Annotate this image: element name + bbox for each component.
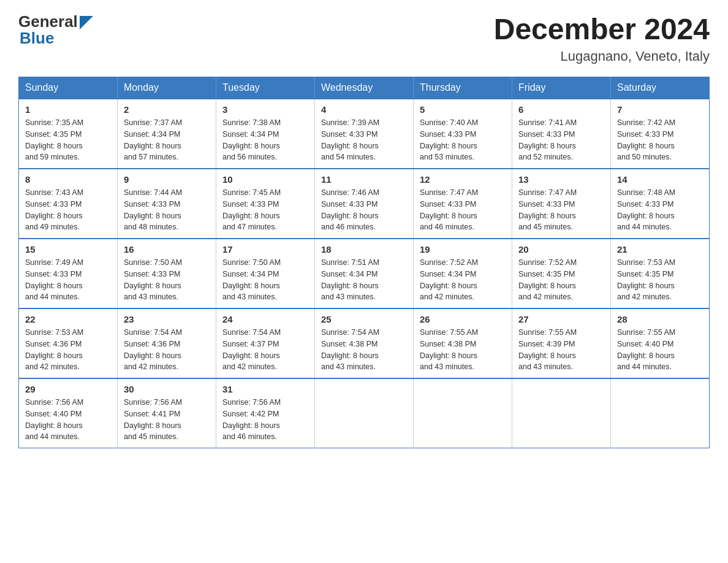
calendar-day-cell: 20 Sunrise: 7:52 AMSunset: 4:35 PMDaylig… — [512, 239, 611, 308]
calendar-day-cell: 19 Sunrise: 7:52 AMSunset: 4:34 PMDaylig… — [414, 239, 512, 308]
col-sunday: Sunday — [19, 77, 118, 99]
day-number: 23 — [124, 314, 210, 324]
day-info: Sunrise: 7:55 AMSunset: 4:39 PMDaylight:… — [518, 328, 577, 371]
calendar-day-cell: 27 Sunrise: 7:55 AMSunset: 4:39 PMDaylig… — [512, 308, 611, 378]
calendar-week-row: 1 Sunrise: 7:35 AMSunset: 4:35 PMDayligh… — [19, 99, 710, 169]
day-number: 17 — [222, 244, 308, 255]
day-number: 21 — [617, 244, 703, 255]
day-info: Sunrise: 7:44 AMSunset: 4:33 PMDaylight:… — [124, 188, 182, 231]
day-info: Sunrise: 7:39 AMSunset: 4:33 PMDaylight:… — [321, 118, 379, 161]
day-number: 20 — [518, 244, 604, 255]
day-info: Sunrise: 7:46 AMSunset: 4:33 PMDaylight:… — [321, 188, 379, 231]
calendar-day-cell: 8 Sunrise: 7:43 AMSunset: 4:33 PMDayligh… — [19, 169, 118, 239]
calendar-day-cell: 2 Sunrise: 7:37 AMSunset: 4:34 PMDayligh… — [118, 99, 216, 169]
calendar-day-cell: 18 Sunrise: 7:51 AMSunset: 4:34 PMDaylig… — [315, 239, 414, 308]
calendar-day-cell: 30 Sunrise: 7:56 AMSunset: 4:41 PMDaylig… — [118, 378, 216, 448]
day-info: Sunrise: 7:45 AMSunset: 4:33 PMDaylight:… — [222, 188, 281, 231]
col-wednesday: Wednesday — [315, 77, 414, 99]
day-info: Sunrise: 7:50 AMSunset: 4:33 PMDaylight:… — [124, 258, 182, 301]
day-info: Sunrise: 7:49 AMSunset: 4:33 PMDaylight:… — [25, 258, 83, 301]
day-number: 6 — [518, 104, 604, 115]
calendar-week-row: 22 Sunrise: 7:53 AMSunset: 4:36 PMDaylig… — [19, 308, 710, 378]
day-number: 9 — [124, 174, 210, 185]
calendar-day-cell: 28 Sunrise: 7:55 AMSunset: 4:40 PMDaylig… — [611, 308, 710, 378]
day-info: Sunrise: 7:56 AMSunset: 4:42 PMDaylight:… — [222, 398, 281, 441]
day-number: 30 — [124, 384, 210, 394]
calendar-header-row: Sunday Monday Tuesday Wednesday Thursday… — [19, 77, 710, 99]
logo-blue-text: Blue — [18, 29, 93, 48]
col-monday: Monday — [118, 77, 216, 99]
day-info: Sunrise: 7:43 AMSunset: 4:33 PMDaylight:… — [25, 188, 83, 231]
calendar-week-row: 8 Sunrise: 7:43 AMSunset: 4:33 PMDayligh… — [19, 169, 710, 239]
calendar-day-cell — [611, 378, 710, 448]
day-number: 29 — [25, 384, 111, 394]
day-number: 8 — [25, 174, 111, 185]
day-info: Sunrise: 7:55 AMSunset: 4:38 PMDaylight:… — [420, 328, 478, 371]
day-info: Sunrise: 7:35 AMSunset: 4:35 PMDaylight:… — [25, 118, 83, 161]
calendar-week-row: 29 Sunrise: 7:56 AMSunset: 4:40 PMDaylig… — [19, 378, 710, 448]
day-info: Sunrise: 7:52 AMSunset: 4:34 PMDaylight:… — [420, 258, 478, 301]
calendar-day-cell: 9 Sunrise: 7:44 AMSunset: 4:33 PMDayligh… — [118, 169, 216, 239]
calendar-day-cell: 22 Sunrise: 7:53 AMSunset: 4:36 PMDaylig… — [19, 308, 118, 378]
calendar-day-cell: 13 Sunrise: 7:47 AMSunset: 4:33 PMDaylig… — [512, 169, 611, 239]
day-info: Sunrise: 7:47 AMSunset: 4:33 PMDaylight:… — [420, 188, 478, 231]
calendar-day-cell: 7 Sunrise: 7:42 AMSunset: 4:33 PMDayligh… — [611, 99, 710, 169]
day-number: 18 — [321, 244, 407, 255]
calendar-day-cell: 3 Sunrise: 7:38 AMSunset: 4:34 PMDayligh… — [216, 99, 315, 169]
calendar-day-cell: 29 Sunrise: 7:56 AMSunset: 4:40 PMDaylig… — [19, 378, 118, 448]
day-number: 22 — [25, 314, 111, 324]
day-number: 28 — [617, 314, 703, 324]
day-info: Sunrise: 7:56 AMSunset: 4:40 PMDaylight:… — [25, 398, 83, 441]
day-info: Sunrise: 7:54 AMSunset: 4:36 PMDaylight:… — [124, 328, 182, 371]
day-info: Sunrise: 7:41 AMSunset: 4:33 PMDaylight:… — [518, 118, 577, 161]
calendar-day-cell: 6 Sunrise: 7:41 AMSunset: 4:33 PMDayligh… — [512, 99, 611, 169]
col-saturday: Saturday — [611, 77, 710, 99]
calendar-table: Sunday Monday Tuesday Wednesday Thursday… — [18, 77, 710, 448]
day-number: 27 — [518, 314, 604, 324]
calendar-day-cell: 14 Sunrise: 7:48 AMSunset: 4:33 PMDaylig… — [611, 169, 710, 239]
calendar-day-cell: 25 Sunrise: 7:54 AMSunset: 4:38 PMDaylig… — [315, 308, 414, 378]
day-number: 26 — [420, 314, 506, 324]
day-info: Sunrise: 7:40 AMSunset: 4:33 PMDaylight:… — [420, 118, 478, 161]
day-info: Sunrise: 7:54 AMSunset: 4:38 PMDaylight:… — [321, 328, 379, 371]
location-title: Lugagnano, Veneto, Italy — [494, 48, 710, 64]
calendar-day-cell: 10 Sunrise: 7:45 AMSunset: 4:33 PMDaylig… — [216, 169, 315, 239]
day-number: 11 — [321, 174, 407, 185]
day-number: 31 — [222, 384, 308, 394]
day-info: Sunrise: 7:38 AMSunset: 4:34 PMDaylight:… — [222, 118, 281, 161]
calendar-day-cell: 16 Sunrise: 7:50 AMSunset: 4:33 PMDaylig… — [118, 239, 216, 308]
day-info: Sunrise: 7:37 AMSunset: 4:34 PMDaylight:… — [124, 118, 182, 161]
day-number: 3 — [222, 104, 308, 115]
day-info: Sunrise: 7:53 AMSunset: 4:36 PMDaylight:… — [25, 328, 83, 371]
svg-marker-0 — [80, 16, 93, 29]
day-info: Sunrise: 7:55 AMSunset: 4:40 PMDaylight:… — [617, 328, 675, 371]
title-section: December 2024 Lugagnano, Veneto, Italy — [494, 12, 710, 64]
calendar-day-cell: 12 Sunrise: 7:47 AMSunset: 4:33 PMDaylig… — [414, 169, 512, 239]
day-info: Sunrise: 7:47 AMSunset: 4:33 PMDaylight:… — [518, 188, 577, 231]
calendar-day-cell: 15 Sunrise: 7:49 AMSunset: 4:33 PMDaylig… — [19, 239, 118, 308]
calendar-day-cell — [315, 378, 414, 448]
calendar-week-row: 15 Sunrise: 7:49 AMSunset: 4:33 PMDaylig… — [19, 239, 710, 308]
calendar-day-cell: 1 Sunrise: 7:35 AMSunset: 4:35 PMDayligh… — [19, 99, 118, 169]
day-number: 16 — [124, 244, 210, 255]
col-thursday: Thursday — [414, 77, 512, 99]
day-number: 14 — [617, 174, 703, 185]
day-info: Sunrise: 7:48 AMSunset: 4:33 PMDaylight:… — [617, 188, 675, 231]
day-number: 5 — [420, 104, 506, 115]
calendar-day-cell: 26 Sunrise: 7:55 AMSunset: 4:38 PMDaylig… — [414, 308, 512, 378]
day-number: 10 — [222, 174, 308, 185]
calendar-day-cell: 21 Sunrise: 7:53 AMSunset: 4:35 PMDaylig… — [611, 239, 710, 308]
day-number: 25 — [321, 314, 407, 324]
month-title: December 2024 — [494, 12, 710, 46]
calendar-day-cell: 17 Sunrise: 7:50 AMSunset: 4:34 PMDaylig… — [216, 239, 315, 308]
day-info: Sunrise: 7:50 AMSunset: 4:34 PMDaylight:… — [222, 258, 281, 301]
day-number: 1 — [25, 104, 111, 115]
day-info: Sunrise: 7:51 AMSunset: 4:34 PMDaylight:… — [321, 258, 379, 301]
calendar-day-cell: 5 Sunrise: 7:40 AMSunset: 4:33 PMDayligh… — [414, 99, 512, 169]
day-info: Sunrise: 7:53 AMSunset: 4:35 PMDaylight:… — [617, 258, 675, 301]
day-number: 7 — [617, 104, 703, 115]
day-number: 12 — [420, 174, 506, 185]
day-number: 15 — [25, 244, 111, 255]
calendar-day-cell: 4 Sunrise: 7:39 AMSunset: 4:33 PMDayligh… — [315, 99, 414, 169]
calendar-day-cell — [512, 378, 611, 448]
